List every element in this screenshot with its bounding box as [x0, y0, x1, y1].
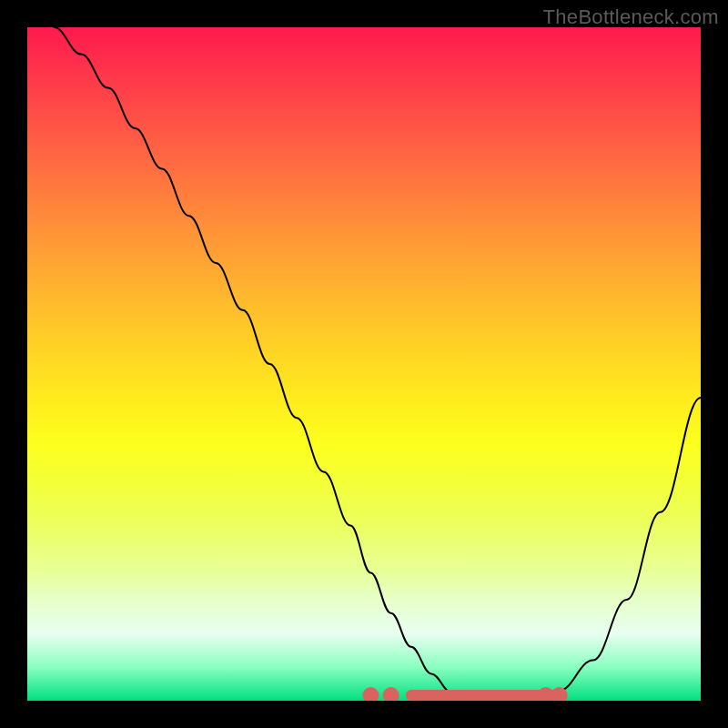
watermark-text: TheBottleneck.com [543, 5, 719, 29]
bead-marker [383, 687, 399, 701]
bottleneck-curve [55, 27, 701, 701]
chart-stage: TheBottleneck.com [0, 0, 728, 728]
plot-area [27, 27, 701, 701]
bead-marker [362, 687, 379, 701]
chart-svg [27, 27, 701, 701]
